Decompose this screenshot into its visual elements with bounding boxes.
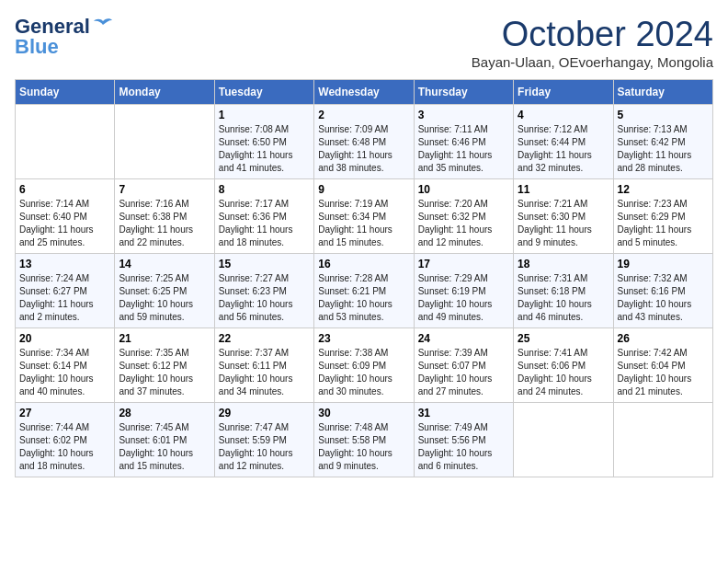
- day-cell: 29Sunrise: 7:47 AM Sunset: 5:59 PM Dayli…: [214, 403, 313, 477]
- day-number: 30: [318, 407, 409, 419]
- day-number: 2: [318, 109, 409, 121]
- col-header-sunday: Sunday: [16, 80, 115, 105]
- week-row-3: 13Sunrise: 7:24 AM Sunset: 6:27 PM Dayli…: [16, 254, 713, 328]
- day-cell: 3Sunrise: 7:11 AM Sunset: 6:46 PM Daylig…: [414, 105, 513, 179]
- col-header-tuesday: Tuesday: [214, 80, 313, 105]
- day-detail: Sunrise: 7:21 AM Sunset: 6:30 PM Dayligh…: [518, 199, 592, 247]
- day-number: 12: [618, 183, 709, 196]
- day-cell: 24Sunrise: 7:39 AM Sunset: 6:07 PM Dayli…: [414, 328, 513, 403]
- day-cell: 16Sunrise: 7:28 AM Sunset: 6:21 PM Dayli…: [314, 254, 414, 328]
- col-header-thursday: Thursday: [414, 80, 513, 105]
- day-detail: Sunrise: 7:11 AM Sunset: 6:46 PM Dayligh…: [418, 124, 493, 173]
- day-detail: Sunrise: 7:45 AM Sunset: 6:01 PM Dayligh…: [119, 422, 193, 471]
- day-cell: [613, 403, 712, 477]
- day-detail: Sunrise: 7:24 AM Sunset: 6:27 PM Dayligh…: [19, 273, 94, 322]
- day-number: 14: [119, 258, 210, 270]
- week-row-5: 27Sunrise: 7:44 AM Sunset: 6:02 PM Dayli…: [16, 403, 713, 477]
- day-number: 11: [518, 183, 609, 196]
- subtitle: Bayan-Ulaan, OEvoerhangay, Mongolia: [472, 54, 713, 70]
- month-title: October 2024: [472, 15, 713, 54]
- day-detail: Sunrise: 7:23 AM Sunset: 6:29 PM Dayligh…: [618, 199, 692, 247]
- day-detail: Sunrise: 7:35 AM Sunset: 6:12 PM Dayligh…: [119, 348, 193, 396]
- day-cell: 5Sunrise: 7:13 AM Sunset: 6:42 PM Daylig…: [613, 105, 712, 179]
- day-cell: 27Sunrise: 7:44 AM Sunset: 6:02 PM Dayli…: [16, 403, 115, 477]
- day-cell: 11Sunrise: 7:21 AM Sunset: 6:30 PM Dayli…: [514, 179, 613, 254]
- day-number: 28: [119, 407, 210, 419]
- col-header-monday: Monday: [115, 80, 214, 105]
- week-row-4: 20Sunrise: 7:34 AM Sunset: 6:14 PM Dayli…: [16, 328, 713, 403]
- header-row: SundayMondayTuesdayWednesdayThursdayFrid…: [16, 80, 713, 105]
- day-detail: Sunrise: 7:48 AM Sunset: 5:58 PM Dayligh…: [318, 422, 392, 471]
- day-number: 15: [219, 258, 310, 270]
- day-number: 7: [119, 183, 210, 196]
- day-cell: 7Sunrise: 7:16 AM Sunset: 6:38 PM Daylig…: [115, 179, 214, 254]
- day-cell: 28Sunrise: 7:45 AM Sunset: 6:01 PM Dayli…: [115, 403, 214, 477]
- day-detail: Sunrise: 7:42 AM Sunset: 6:04 PM Dayligh…: [618, 348, 692, 396]
- day-detail: Sunrise: 7:25 AM Sunset: 6:25 PM Dayligh…: [119, 273, 193, 322]
- day-number: 4: [518, 109, 609, 121]
- day-detail: Sunrise: 7:12 AM Sunset: 6:44 PM Dayligh…: [518, 124, 592, 173]
- day-number: 18: [518, 258, 609, 270]
- day-cell: 20Sunrise: 7:34 AM Sunset: 6:14 PM Dayli…: [16, 328, 115, 403]
- day-number: 1: [219, 109, 310, 121]
- col-header-saturday: Saturday: [613, 80, 712, 105]
- day-number: 25: [518, 332, 609, 345]
- week-row-2: 6Sunrise: 7:14 AM Sunset: 6:40 PM Daylig…: [16, 179, 713, 254]
- day-cell: 23Sunrise: 7:38 AM Sunset: 6:09 PM Dayli…: [314, 328, 414, 403]
- logo: General Blue: [15, 15, 114, 59]
- day-detail: Sunrise: 7:08 AM Sunset: 6:50 PM Dayligh…: [219, 124, 293, 173]
- day-cell: 1Sunrise: 7:08 AM Sunset: 6:50 PM Daylig…: [214, 105, 313, 179]
- title-block: October 2024 Bayan-Ulaan, OEvoerhangay, …: [472, 15, 713, 70]
- day-number: 23: [318, 332, 409, 345]
- day-detail: Sunrise: 7:32 AM Sunset: 6:16 PM Dayligh…: [618, 273, 692, 322]
- day-number: 20: [19, 332, 110, 345]
- day-detail: Sunrise: 7:34 AM Sunset: 6:14 PM Dayligh…: [19, 348, 94, 396]
- logo-bird-icon: [92, 17, 114, 36]
- day-detail: Sunrise: 7:31 AM Sunset: 6:18 PM Dayligh…: [518, 273, 592, 322]
- day-cell: 6Sunrise: 7:14 AM Sunset: 6:40 PM Daylig…: [16, 179, 115, 254]
- day-number: 26: [618, 332, 709, 345]
- page-header: General Blue October 2024 Bayan-Ulaan, O…: [15, 15, 713, 70]
- day-detail: Sunrise: 7:39 AM Sunset: 6:07 PM Dayligh…: [418, 348, 493, 396]
- day-cell: 15Sunrise: 7:27 AM Sunset: 6:23 PM Dayli…: [214, 254, 313, 328]
- day-cell: 30Sunrise: 7:48 AM Sunset: 5:58 PM Dayli…: [314, 403, 414, 477]
- col-header-friday: Friday: [514, 80, 613, 105]
- day-detail: Sunrise: 7:19 AM Sunset: 6:34 PM Dayligh…: [318, 199, 392, 247]
- day-cell: 13Sunrise: 7:24 AM Sunset: 6:27 PM Dayli…: [16, 254, 115, 328]
- day-detail: Sunrise: 7:41 AM Sunset: 6:06 PM Dayligh…: [518, 348, 592, 396]
- calendar-table: SundayMondayTuesdayWednesdayThursdayFrid…: [15, 79, 713, 477]
- day-cell: [16, 105, 115, 179]
- day-number: 17: [418, 258, 509, 270]
- day-detail: Sunrise: 7:20 AM Sunset: 6:32 PM Dayligh…: [418, 199, 493, 247]
- day-cell: 4Sunrise: 7:12 AM Sunset: 6:44 PM Daylig…: [514, 105, 613, 179]
- col-header-wednesday: Wednesday: [314, 80, 414, 105]
- day-detail: Sunrise: 7:44 AM Sunset: 6:02 PM Dayligh…: [19, 422, 94, 471]
- day-cell: 9Sunrise: 7:19 AM Sunset: 6:34 PM Daylig…: [314, 179, 414, 254]
- day-cell: 8Sunrise: 7:17 AM Sunset: 6:36 PM Daylig…: [214, 179, 313, 254]
- day-number: 16: [318, 258, 409, 270]
- day-detail: Sunrise: 7:38 AM Sunset: 6:09 PM Dayligh…: [318, 348, 392, 396]
- day-cell: 31Sunrise: 7:49 AM Sunset: 5:56 PM Dayli…: [414, 403, 513, 477]
- day-cell: 2Sunrise: 7:09 AM Sunset: 6:48 PM Daylig…: [314, 105, 414, 179]
- day-detail: Sunrise: 7:13 AM Sunset: 6:42 PM Dayligh…: [618, 124, 692, 173]
- day-cell: 14Sunrise: 7:25 AM Sunset: 6:25 PM Dayli…: [115, 254, 214, 328]
- day-cell: 18Sunrise: 7:31 AM Sunset: 6:18 PM Dayli…: [514, 254, 613, 328]
- day-cell: 22Sunrise: 7:37 AM Sunset: 6:11 PM Dayli…: [214, 328, 313, 403]
- day-detail: Sunrise: 7:49 AM Sunset: 5:56 PM Dayligh…: [418, 422, 493, 471]
- day-detail: Sunrise: 7:09 AM Sunset: 6:48 PM Dayligh…: [318, 124, 392, 173]
- day-number: 27: [19, 407, 110, 419]
- day-number: 24: [418, 332, 509, 345]
- day-number: 5: [618, 109, 709, 121]
- day-cell: [514, 403, 613, 477]
- day-cell: 10Sunrise: 7:20 AM Sunset: 6:32 PM Dayli…: [414, 179, 513, 254]
- day-number: 13: [19, 258, 110, 270]
- day-number: 29: [219, 407, 310, 419]
- day-number: 8: [219, 183, 310, 196]
- day-detail: Sunrise: 7:28 AM Sunset: 6:21 PM Dayligh…: [318, 273, 392, 322]
- week-row-1: 1Sunrise: 7:08 AM Sunset: 6:50 PM Daylig…: [16, 105, 713, 179]
- day-detail: Sunrise: 7:47 AM Sunset: 5:59 PM Dayligh…: [219, 422, 293, 471]
- day-number: 3: [418, 109, 509, 121]
- day-detail: Sunrise: 7:27 AM Sunset: 6:23 PM Dayligh…: [219, 273, 293, 322]
- day-number: 10: [418, 183, 509, 196]
- day-cell: 21Sunrise: 7:35 AM Sunset: 6:12 PM Dayli…: [115, 328, 214, 403]
